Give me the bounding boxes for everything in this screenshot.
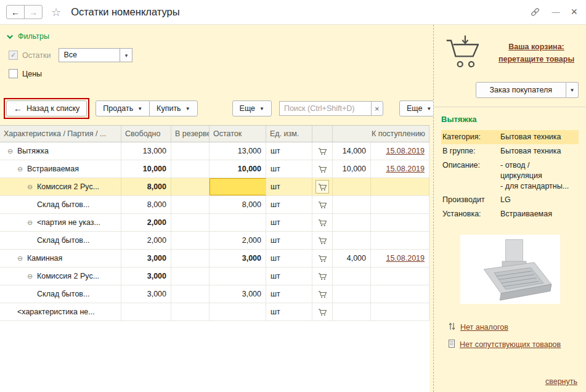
cell-reserve[interactable] [171,214,210,231]
stock-filter-select[interactable]: Все ▾ [59,48,132,62]
cell-incoming-date[interactable] [371,232,429,249]
collapse-panel-link[interactable]: свернуть [545,377,577,386]
more-button[interactable]: Еще ▼ [232,100,272,116]
cart-icon[interactable] [318,290,327,298]
cell-reserve[interactable] [171,196,210,213]
cell-cart[interactable] [312,232,333,249]
cell-incoming-qty[interactable]: 14,000 [333,142,371,160]
cell-incoming-date[interactable] [371,303,429,321]
cell-incoming-qty[interactable] [333,285,371,303]
cell-cart[interactable] [312,214,333,231]
cart-icon[interactable] [318,219,327,227]
cell-unit[interactable]: шт [266,303,312,321]
cart-icon[interactable] [315,180,329,194]
analogs-link[interactable]: Нет аналогов [449,322,579,332]
cell-unit[interactable]: шт [266,178,312,195]
cell-unit[interactable]: шт [266,250,312,267]
cell-free[interactable]: 2,000 [121,232,171,249]
cell-free[interactable]: 2,000 [121,214,171,231]
cell-incoming-qty[interactable] [333,232,371,249]
cell-rest[interactable]: 2,000 [210,232,266,249]
cell-name[interactable]: <партия не указ... [0,214,121,231]
table-row[interactable]: Вытяжка 13,000 13,000 шт 14,000 15.08.20… [0,142,429,160]
cell-cart[interactable] [312,196,333,213]
cell-rest[interactable] [210,214,266,231]
cell-name[interactable]: Комиссия 2 Рус... [0,267,121,285]
cart-dropzone[interactable]: Ваша корзина: перетащите товары [434,25,586,76]
collapse-icon[interactable] [27,182,37,191]
column-header-cart[interactable] [312,126,333,142]
cell-incoming-date[interactable]: 15.08.2019 [371,250,429,267]
cell-incoming-qty[interactable] [333,178,371,195]
cart-link[interactable]: Ваша корзина: перетащите товары [493,41,580,65]
cell-name[interactable]: Комиссия 2 Рус... [0,178,121,195]
cell-free[interactable]: 3,000 [121,250,171,267]
cell-rest[interactable] [210,267,266,285]
cell-cart[interactable] [312,160,333,178]
column-header-free[interactable]: Свободно [121,126,171,142]
customer-order-button[interactable]: Заказ покупателя [476,82,566,98]
cell-free[interactable]: 10,000 [121,160,171,178]
cell-incoming-qty[interactable] [333,267,371,285]
table-row[interactable]: <партия не указ... 2,000 шт [0,214,429,232]
minimize-icon[interactable]: — [551,7,560,17]
cell-unit[interactable]: шт [266,285,312,303]
cell-incoming-date[interactable] [371,285,429,303]
back-to-list-button[interactable]: ← Назад к списку [6,100,87,116]
cell-incoming-qty[interactable] [333,214,371,231]
column-header-incoming[interactable]: К поступлению [333,126,429,142]
cell-reserve[interactable] [171,267,210,285]
cell-name[interactable]: Склад бытов... [0,196,121,213]
table-row[interactable]: Комиссия 2 Рус... 3,000 шт [0,267,429,285]
collapse-icon[interactable] [17,165,27,173]
stock-checkbox[interactable]: ✓ [9,51,18,60]
cell-rest[interactable] [210,303,266,321]
cell-reserve[interactable] [171,160,210,178]
sell-button[interactable]: Продать ▼ [96,100,150,116]
buy-button[interactable]: Купить ▼ [149,100,197,116]
cell-reserve[interactable] [171,250,210,267]
cell-free[interactable]: 3,000 [121,285,171,303]
cell-free[interactable]: 3,000 [121,267,171,285]
cell-incoming-date[interactable] [371,196,429,213]
cell-rest[interactable]: 13,000 [210,142,266,160]
cell-free[interactable] [121,303,171,321]
table-row[interactable]: Склад бытов... 8,000 8,000 шт [0,196,429,214]
incoming-date-link[interactable]: 15.08.2019 [386,147,425,155]
search-input[interactable] [279,101,372,116]
cell-incoming-qty[interactable]: 10,000 [333,160,371,178]
cell-rest[interactable]: 10,000 [210,160,266,178]
column-header-unit[interactable]: Ед. изм. [266,126,312,142]
cell-reserve[interactable] [171,232,210,249]
cell-incoming-qty[interactable] [333,303,371,321]
table-row[interactable]: Склад бытов... 2,000 2,000 шт [0,232,429,250]
table-row[interactable]: Каминная 3,000 3,000 шт 4,000 15.08.2019 [0,250,429,267]
cell-reserve[interactable] [171,285,210,303]
collapse-icon[interactable] [7,147,17,155]
cell-cart[interactable] [312,142,333,160]
cell-name[interactable]: Встраиваемая [0,160,121,178]
collapse-icon[interactable] [17,254,27,263]
cell-free[interactable]: 8,000 [121,178,171,195]
collapse-icon[interactable] [27,272,37,280]
back-nav-button[interactable]: ← [6,5,25,19]
cell-free[interactable]: 13,000 [121,142,171,160]
related-products-link[interactable]: Нет сопутствующих товаров [449,340,579,349]
collapse-icon[interactable] [27,218,37,227]
favorite-star-icon[interactable]: ☆ [51,7,61,18]
cell-incoming-date[interactable] [371,267,429,285]
cell-incoming-date[interactable] [371,178,429,195]
cell-rest-selected[interactable] [210,178,266,195]
cell-name[interactable]: Каминная [0,250,121,267]
cart-icon[interactable] [318,165,327,173]
cell-name[interactable]: Склад бытов... [0,285,121,303]
cell-cart[interactable] [312,285,333,303]
cell-incoming-qty[interactable]: 4,000 [333,250,371,267]
table-row[interactable]: Склад бытов... 3,000 3,000 шт [0,285,429,303]
cell-name[interactable]: <характеристика не... [0,303,121,321]
cell-reserve[interactable] [171,303,210,321]
chevron-down-icon[interactable]: ▾ [120,49,132,62]
cell-unit[interactable]: шт [266,232,312,249]
cell-cart[interactable] [312,303,333,321]
cart-icon[interactable] [318,272,327,280]
